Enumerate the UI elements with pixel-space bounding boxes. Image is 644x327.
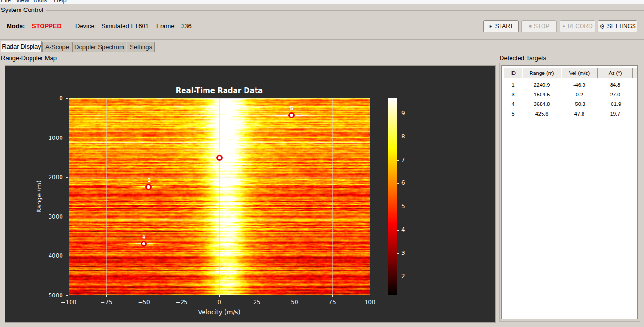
cell: 3684.8 — [522, 99, 561, 109]
cell: 27.0 — [598, 90, 633, 99]
settings-button[interactable]: ⚙SETTINGS — [598, 20, 637, 32]
x-tick-mark — [182, 295, 182, 297]
x-tick-label: −100 — [54, 299, 83, 306]
x-tick-mark — [69, 295, 69, 297]
system-control-group-label: System Control — [0, 6, 46, 13]
x-tick-mark — [332, 295, 333, 297]
cell: -81.9 — [598, 99, 633, 109]
colorbar-tick-mark — [397, 160, 399, 161]
cell: 425.6 — [522, 109, 561, 118]
x-tick-label: 0 — [205, 299, 234, 306]
y-tick-mark — [66, 217, 68, 217]
x-tick-label: 50 — [280, 299, 309, 306]
radar-plot-panel: Real-Time Radar Data Velocity (m/s) Rang… — [5, 65, 496, 323]
tab-radar-display[interactable]: Radar Display — [1, 41, 42, 52]
colorbar-tick-mark — [397, 137, 399, 137]
target-marker-label: 4 — [142, 234, 145, 240]
targets-table: IDRange (m)Vel (m/s)Az (°)12240.9-46.984… — [501, 65, 638, 319]
tab-a-scope[interactable]: A-Scope — [42, 42, 72, 52]
colorbar-tick-label: 8 — [401, 133, 405, 140]
target-marker — [288, 112, 295, 118]
plot-title: Real-Time Radar Data — [69, 86, 370, 95]
colorbar-tick-label: 4 — [401, 226, 405, 233]
y-tick-mark — [66, 177, 68, 178]
column-header-range-m[interactable]: Range (m) — [522, 68, 561, 78]
colorbar-tick-mark — [397, 207, 399, 207]
tab-doppler-spectrum[interactable]: Doppler Spectrum — [72, 42, 126, 52]
column-header-stub — [633, 68, 637, 78]
column-header-id[interactable]: ID — [504, 68, 522, 78]
menu-bar: FileViewToolsHelp — [0, 0, 644, 4]
button-label: SETTINGS — [607, 23, 636, 30]
x-tick-label: −75 — [92, 299, 121, 306]
x-tick-mark — [144, 295, 144, 297]
mode-label: Mode: — [7, 22, 25, 30]
range-doppler-map-label: Range-Doppler Map — [1, 54, 57, 62]
tab-settings[interactable]: Settings — [127, 42, 155, 52]
button-label: RECORD — [568, 23, 593, 30]
x-tick-mark — [106, 295, 107, 297]
x-tick-mark — [295, 295, 295, 297]
start-button[interactable]: ►START — [483, 20, 519, 32]
y-tick-label: 1000 — [37, 135, 63, 141]
button-label: START — [495, 23, 513, 30]
x-tick-label: 25 — [243, 299, 271, 306]
y-tick-mark — [66, 256, 68, 256]
detected-targets-panel: IDRange (m)Vel (m/s)Az (°)12240.9-46.984… — [499, 63, 640, 322]
record-icon: ● — [562, 24, 565, 29]
x-tick-label: 75 — [318, 299, 347, 306]
target-marker-label: 5 — [290, 106, 293, 111]
detected-targets-label: Detected Targets — [500, 54, 546, 62]
cell: 2240.9 — [522, 80, 561, 90]
play-icon: ► — [489, 24, 493, 29]
frame-label: Frame: — [156, 22, 176, 30]
column-header-az[interactable]: Az (°) — [598, 68, 633, 78]
menu-tools[interactable]: Tools — [32, 0, 47, 4]
target-marker — [145, 184, 152, 190]
colorbar-tick-label: 9 — [401, 110, 405, 116]
colorbar-tick-label: 6 — [401, 179, 405, 186]
target-marker — [216, 155, 223, 161]
range-doppler-heatmap — [69, 98, 370, 295]
y-tick-mark — [66, 295, 68, 296]
device-value: Simulated FT601 — [102, 22, 149, 30]
x-tick-label: −50 — [130, 299, 158, 306]
colorbar-tick-mark — [397, 277, 399, 277]
menu-view[interactable]: View — [16, 0, 29, 4]
y-tick-label: 0 — [37, 95, 63, 102]
cell: -50.3 — [561, 99, 598, 109]
tab-strip-divider — [0, 52, 644, 52]
cell: 47.8 — [561, 109, 598, 118]
target-marker-label: 1 — [147, 178, 151, 183]
menu-help[interactable]: Help — [54, 0, 67, 4]
button-label: STOP — [534, 23, 549, 30]
colorbar-tick-label: 5 — [401, 203, 405, 210]
cell: 3 — [504, 90, 522, 99]
x-tick-mark — [219, 295, 220, 297]
cell: 1504.5 — [522, 90, 561, 99]
device-label: Device: — [75, 22, 96, 30]
cell: -46.9 — [561, 80, 598, 90]
column-header-vel-m-s[interactable]: Vel (m/s) — [561, 68, 598, 78]
gear-icon: ⚙ — [599, 23, 605, 30]
stop-icon: ■ — [529, 24, 532, 29]
colorbar-tick-label: 3 — [401, 250, 405, 256]
cell: 19.7 — [598, 109, 633, 118]
y-tick-label: 5000 — [37, 292, 63, 299]
x-tick-label: 100 — [356, 299, 384, 306]
mode-value: STOPPED — [32, 22, 61, 30]
colorbar-tick-mark — [397, 230, 399, 231]
y-axis-label: Range (m) — [35, 149, 42, 244]
target-marker — [141, 241, 147, 247]
colorbar-tick-label: 7 — [401, 157, 405, 163]
record-button: ●RECORD — [560, 20, 595, 32]
menu-file[interactable]: File — [1, 0, 11, 4]
target-marker-label: 3 — [218, 148, 222, 154]
colorbar-tick-label: 2 — [401, 273, 405, 280]
y-tick-mark — [66, 138, 68, 138]
colorbar — [388, 98, 397, 295]
x-axis-label: Velocity (m/s) — [69, 308, 370, 316]
cell: 84.8 — [598, 80, 633, 90]
colorbar-tick-mark — [397, 114, 399, 114]
y-tick-label: 4000 — [37, 253, 63, 259]
